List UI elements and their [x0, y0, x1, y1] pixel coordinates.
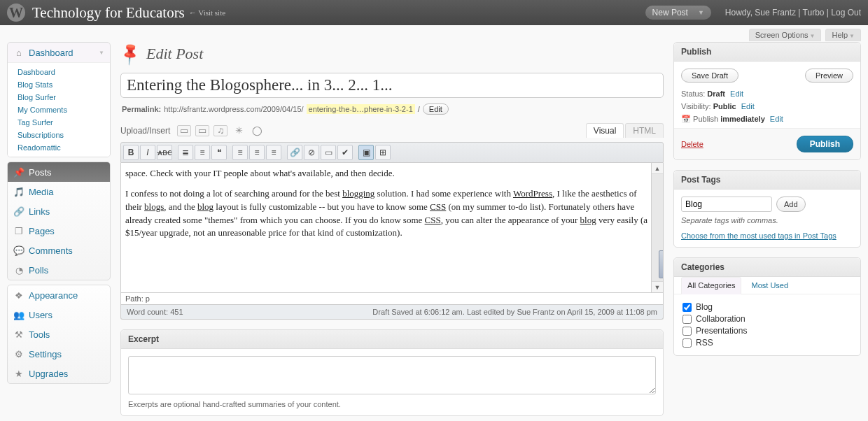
excerpt-textarea[interactable]	[128, 356, 656, 394]
tab-most-used[interactable]: Most Used	[751, 277, 788, 294]
tab-visual[interactable]: Visual	[586, 123, 624, 138]
tools-icon: ⚒	[13, 329, 24, 340]
user-link[interactable]: Sue Frantz	[755, 8, 796, 17]
italic-button[interactable]: I	[140, 145, 155, 160]
submenu-subscriptions[interactable]: Subscriptions	[8, 129, 110, 141]
kitchensink-button[interactable]: ⊞	[375, 145, 391, 160]
tag-input[interactable]	[681, 197, 772, 212]
choose-tags-link[interactable]: Choose from the most used tags in Post T…	[681, 231, 836, 240]
word-count: Word count: 451	[127, 308, 183, 316]
help-tab[interactable]: Help▼	[825, 29, 861, 41]
align-right-button[interactable]: ≡	[266, 145, 281, 160]
status-edit-link[interactable]: Edit	[730, 90, 743, 98]
unlink-button[interactable]: ⊘	[304, 145, 319, 160]
tags-hint: Separate tags with commas.	[681, 216, 853, 224]
pages-icon: ❐	[13, 225, 24, 236]
link-button[interactable]: 🔗	[287, 145, 302, 160]
category-presentations[interactable]: Presentations	[682, 326, 852, 336]
collapse-arrow-icon[interactable]: ▼	[99, 50, 104, 56]
add-tag-button[interactable]: Add	[776, 197, 806, 212]
menu-posts[interactable]: 📌Posts	[8, 162, 110, 182]
publish-date-edit-link[interactable]: Edit	[770, 115, 783, 123]
add-poll-icon[interactable]: ◯	[250, 125, 264, 136]
ol-button[interactable]: ≡	[195, 145, 210, 160]
user-info: Howdy, Sue Frantz | Turbo | Log Out	[725, 8, 861, 17]
pin-icon: 📌	[13, 166, 24, 178]
publish-heading: Publish	[674, 43, 860, 62]
upgrade-icon: ★	[13, 368, 24, 379]
save-draft-button[interactable]: Save Draft	[681, 69, 738, 83]
screen-options-tab[interactable]: Screen Options▼	[749, 29, 822, 41]
permalink-edit-button[interactable]: Edit	[423, 104, 449, 115]
admin-header: W Technology for Educators ← Visit site …	[0, 0, 868, 25]
delete-link[interactable]: Delete	[681, 140, 704, 148]
media-row: Upload/Insert ▭ ▭ ♫ ✳ ◯ Visual HTML	[120, 123, 664, 138]
logout-link[interactable]: Log Out	[831, 8, 861, 17]
submenu-my-comments[interactable]: My Comments	[8, 104, 110, 116]
add-image-icon[interactable]: ▭	[177, 125, 191, 136]
menu-appearance[interactable]: ❖Appearance	[8, 285, 110, 305]
menu-upgrades[interactable]: ★Upgrades	[8, 364, 110, 383]
more-button[interactable]: ▭	[321, 145, 336, 160]
submenu-readomattic[interactable]: Readomattic	[8, 141, 110, 154]
editor-status: Word count: 451 Draft Saved at 6:06:12 a…	[120, 305, 664, 320]
align-center-button[interactable]: ≡	[249, 145, 265, 160]
admin-menu: ⌂ Dashboard ▼ Dashboard Blog Stats Blog …	[7, 42, 111, 421]
category-collaboration[interactable]: Collaboration	[682, 314, 852, 324]
submenu-blog-surfer[interactable]: Blog Surfer	[8, 91, 110, 104]
tab-all-categories[interactable]: All Categories	[681, 277, 741, 294]
scrollbar-thumb[interactable]	[659, 250, 664, 278]
preview-button[interactable]: Preview	[805, 69, 853, 83]
media-icon: 🎵	[13, 186, 24, 197]
visibility-row: Visibility: Public Edit	[681, 102, 853, 110]
ul-button[interactable]: ≣	[178, 145, 193, 160]
publish-date-row: 📅 Publish immediately Edit	[681, 115, 853, 124]
strikethrough-button[interactable]: ᴀʙᴄ	[157, 145, 172, 160]
permalink-slug[interactable]: entering-the-b…phere-in-3-2-1	[307, 104, 415, 114]
blockquote-button[interactable]: ❝	[211, 145, 227, 160]
menu-links[interactable]: 🔗Links	[8, 201, 110, 221]
align-left-button[interactable]: ≡	[232, 145, 248, 160]
appearance-icon: ❖	[13, 290, 24, 301]
spellcheck-button[interactable]: ✔	[337, 145, 353, 160]
menu-comments[interactable]: 💬Comments	[8, 241, 110, 260]
menu-pages[interactable]: ❐Pages	[8, 221, 110, 241]
dashboard-submenu: Dashboard Blog Stats Blog Surfer My Comm…	[8, 62, 110, 157]
category-rss[interactable]: RSS	[682, 338, 852, 348]
settings-icon: ⚙	[13, 348, 24, 359]
publish-button[interactable]: Publish	[797, 136, 853, 152]
new-post-button[interactable]: New Post ▼	[645, 6, 711, 20]
editor-path: Path: p	[120, 293, 664, 305]
category-blog[interactable]: Blog	[682, 302, 852, 312]
menu-media[interactable]: 🎵Media	[8, 182, 110, 201]
submenu-dashboard[interactable]: Dashboard	[8, 66, 110, 78]
tab-html[interactable]: HTML	[625, 123, 664, 138]
categories-box: Categories All Categories Most Used Blog…	[673, 257, 861, 356]
menu-users[interactable]: 👥Users	[8, 305, 110, 324]
menu-polls[interactable]: ◔Polls	[8, 260, 110, 280]
add-media-icon[interactable]: ✳	[232, 125, 246, 136]
post-title-box	[120, 73, 664, 98]
wordpress-logo-icon[interactable]: W	[7, 3, 25, 22]
submenu-tag-surfer[interactable]: Tag Surfer	[8, 116, 110, 129]
bold-button[interactable]: B	[123, 145, 139, 160]
permalink-row: Permalink: http://sfrantz.wordpress.com/…	[122, 104, 664, 115]
editor-content[interactable]: space. Check with your IT people about w…	[121, 163, 663, 292]
menu-tools[interactable]: ⚒Tools	[8, 324, 110, 344]
fullscreen-button[interactable]: ▣	[358, 145, 374, 160]
menu-dashboard[interactable]: ⌂ Dashboard ▼	[8, 43, 110, 62]
add-video-icon[interactable]: ▭	[195, 125, 209, 136]
visibility-edit-link[interactable]: Edit	[741, 102, 755, 110]
scroll-up-icon[interactable]: ▲	[652, 163, 663, 174]
visit-site-link[interactable]: ← Visit site	[189, 8, 225, 17]
add-audio-icon[interactable]: ♫	[214, 125, 227, 136]
scroll-down-icon[interactable]: ▼	[652, 281, 663, 292]
tags-box: Post Tags Add Separate tags with commas.…	[673, 170, 861, 248]
turbo-link[interactable]: Turbo	[803, 8, 825, 17]
menu-settings[interactable]: ⚙Settings	[8, 344, 110, 364]
site-title[interactable]: Technology for Educators	[32, 4, 185, 22]
editor-scrollbar[interactable]: ▲ ▼	[651, 163, 663, 292]
submenu-blog-stats[interactable]: Blog Stats	[8, 78, 110, 91]
dropdown-arrow-icon[interactable]: ▼	[698, 9, 704, 16]
post-title-input[interactable]	[127, 76, 657, 94]
